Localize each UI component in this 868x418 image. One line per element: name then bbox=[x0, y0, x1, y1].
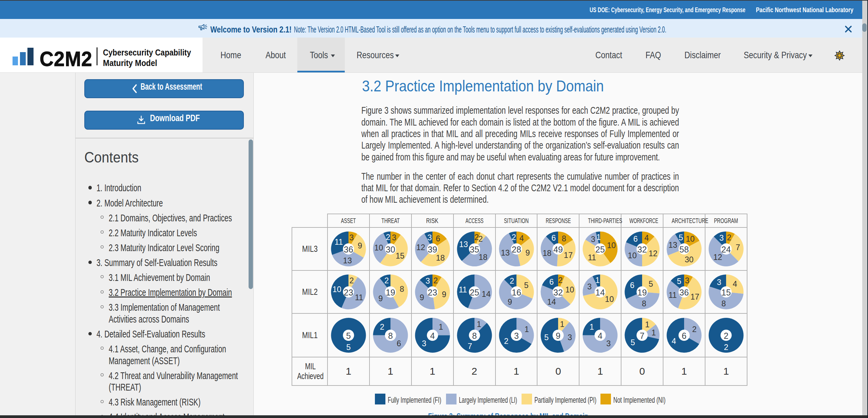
svg-text:7: 7 bbox=[736, 243, 740, 252]
svg-text:1: 1 bbox=[524, 325, 529, 334]
svg-text:25: 25 bbox=[470, 288, 479, 297]
svg-text:9: 9 bbox=[525, 248, 530, 257]
svg-text:30: 30 bbox=[685, 255, 694, 264]
svg-text:8: 8 bbox=[642, 299, 646, 308]
svg-text:5: 5 bbox=[649, 280, 653, 288]
svg-text:28: 28 bbox=[512, 245, 521, 254]
svg-text:4: 4 bbox=[430, 331, 435, 340]
svg-text:17: 17 bbox=[564, 251, 573, 260]
svg-text:10: 10 bbox=[628, 251, 637, 260]
svg-text:9: 9 bbox=[378, 294, 383, 303]
svg-text:18: 18 bbox=[436, 254, 445, 262]
svg-text:3: 3 bbox=[422, 339, 426, 348]
svg-text:3: 3 bbox=[591, 235, 595, 244]
svg-text:39: 39 bbox=[428, 245, 437, 254]
svg-text:12: 12 bbox=[649, 249, 657, 258]
svg-text:32: 32 bbox=[554, 288, 563, 297]
svg-text:36: 36 bbox=[679, 288, 689, 297]
svg-text:6: 6 bbox=[630, 281, 634, 290]
svg-text:5: 5 bbox=[544, 333, 549, 342]
svg-text:49: 49 bbox=[554, 245, 563, 254]
svg-text:4: 4 bbox=[672, 337, 676, 346]
svg-text:9: 9 bbox=[442, 290, 446, 299]
svg-text:7: 7 bbox=[640, 331, 644, 340]
svg-text:7: 7 bbox=[468, 342, 472, 351]
svg-text:1: 1 bbox=[652, 328, 656, 337]
svg-text:6: 6 bbox=[550, 278, 554, 286]
svg-text:1: 1 bbox=[645, 320, 650, 329]
svg-text:4: 4 bbox=[519, 234, 524, 243]
svg-text:14: 14 bbox=[547, 298, 556, 306]
svg-text:11: 11 bbox=[588, 253, 596, 262]
svg-text:36: 36 bbox=[344, 245, 353, 254]
svg-text:11: 11 bbox=[335, 238, 343, 246]
svg-text:30: 30 bbox=[386, 245, 395, 254]
svg-text:4: 4 bbox=[733, 280, 737, 288]
svg-text:3: 3 bbox=[350, 233, 354, 242]
svg-text:15: 15 bbox=[721, 288, 731, 297]
svg-text:3: 3 bbox=[568, 333, 572, 342]
svg-text:8: 8 bbox=[562, 234, 566, 243]
svg-text:2: 2 bbox=[558, 276, 563, 285]
svg-text:19: 19 bbox=[386, 288, 395, 297]
svg-text:2: 2 bbox=[724, 343, 728, 351]
svg-text:6: 6 bbox=[552, 234, 556, 242]
svg-text:58: 58 bbox=[679, 245, 689, 254]
svg-text:5: 5 bbox=[346, 331, 351, 340]
svg-text:2: 2 bbox=[504, 337, 508, 346]
svg-text:14: 14 bbox=[595, 288, 605, 297]
svg-text:2: 2 bbox=[727, 233, 732, 242]
svg-text:3: 3 bbox=[587, 282, 592, 291]
svg-text:10: 10 bbox=[605, 295, 614, 304]
svg-text:10: 10 bbox=[333, 285, 341, 294]
svg-text:9: 9 bbox=[358, 241, 362, 250]
svg-text:2: 2 bbox=[384, 276, 389, 285]
svg-text:2: 2 bbox=[510, 277, 514, 285]
svg-text:4: 4 bbox=[644, 234, 649, 242]
svg-text:1: 1 bbox=[560, 320, 565, 328]
svg-text:2: 2 bbox=[350, 276, 354, 285]
svg-text:3: 3 bbox=[427, 233, 432, 242]
svg-text:2: 2 bbox=[692, 325, 697, 334]
svg-text:10: 10 bbox=[686, 235, 695, 243]
svg-text:13: 13 bbox=[459, 240, 468, 249]
svg-text:1: 1 bbox=[595, 276, 600, 285]
svg-text:14: 14 bbox=[482, 290, 490, 299]
svg-text:11: 11 bbox=[459, 285, 467, 294]
svg-text:11: 11 bbox=[355, 293, 363, 302]
svg-text:17: 17 bbox=[691, 292, 699, 301]
svg-text:15: 15 bbox=[396, 251, 404, 260]
svg-text:25: 25 bbox=[595, 245, 605, 254]
svg-text:1: 1 bbox=[477, 320, 481, 329]
svg-text:2: 2 bbox=[433, 276, 438, 285]
svg-text:12: 12 bbox=[713, 253, 722, 262]
svg-text:18: 18 bbox=[479, 253, 487, 262]
svg-text:16: 16 bbox=[512, 288, 521, 297]
svg-text:1: 1 bbox=[439, 323, 443, 331]
svg-text:3: 3 bbox=[607, 339, 611, 348]
svg-text:19: 19 bbox=[637, 288, 647, 297]
svg-text:6: 6 bbox=[436, 234, 440, 243]
svg-text:3: 3 bbox=[719, 234, 724, 242]
svg-text:3: 3 bbox=[392, 233, 396, 242]
svg-text:8: 8 bbox=[472, 331, 477, 340]
svg-text:10: 10 bbox=[566, 285, 574, 294]
svg-text:12: 12 bbox=[416, 243, 425, 252]
svg-text:13: 13 bbox=[669, 241, 677, 249]
svg-text:2: 2 bbox=[511, 233, 516, 242]
svg-text:24: 24 bbox=[721, 245, 731, 254]
svg-text:6: 6 bbox=[633, 235, 638, 243]
svg-text:8: 8 bbox=[721, 299, 726, 308]
svg-text:2: 2 bbox=[380, 323, 384, 331]
svg-text:1: 1 bbox=[596, 233, 601, 242]
svg-text:4: 4 bbox=[598, 331, 602, 340]
svg-text:3: 3 bbox=[717, 278, 721, 287]
svg-text:5: 5 bbox=[524, 281, 528, 290]
svg-text:9: 9 bbox=[508, 298, 512, 306]
svg-text:8: 8 bbox=[400, 285, 404, 293]
svg-text:3: 3 bbox=[425, 277, 430, 285]
svg-text:23: 23 bbox=[344, 288, 353, 297]
svg-text:3: 3 bbox=[514, 331, 519, 340]
svg-text:11: 11 bbox=[669, 291, 677, 300]
svg-text:6: 6 bbox=[682, 331, 686, 340]
